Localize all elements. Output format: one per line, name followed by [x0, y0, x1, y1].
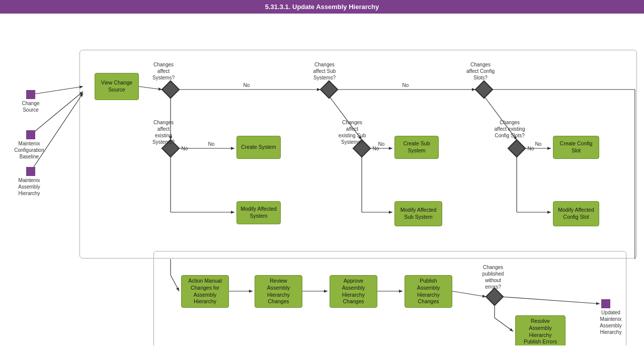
- diamond-affect-existing-sub-systems-label: Changesaffectexisting SubSystems?: [330, 119, 375, 145]
- diamond-affect-systems-label: ChangesaffectSystems?: [143, 61, 184, 81]
- maintenix-assembly-label: MaintenixAssemblyHierarchy: [15, 177, 43, 197]
- change-source-icon: [26, 90, 35, 99]
- resolve-assembly[interactable]: ResolveAssemblyHierarchyPublish Errors: [515, 315, 566, 345]
- create-system[interactable]: Create System: [236, 136, 281, 159]
- change-source-label: ChangeSource: [19, 100, 42, 113]
- create-sub-system[interactable]: Create SubSystem: [394, 136, 439, 159]
- svg-line-2: [31, 86, 83, 95]
- diamond-affect-existing-systems-label: ChangesaffectexistingSystems?: [141, 119, 186, 145]
- modify-system[interactable]: Modify AffectedSystem: [236, 201, 281, 224]
- svg-line-3: [31, 92, 83, 135]
- title-bar: 5.31.3.1. Update Assembly Hierarchy: [0, 0, 644, 14]
- maintenix-assembly-icon: [26, 167, 35, 176]
- output-label: UpdatedMaintenixAssemblyHierarchy: [593, 309, 629, 335]
- diamond-affect-existing-config-slots-label: Changesaffect existingConfig Slots?: [485, 119, 535, 139]
- page-title: 5.31.3.1. Update Assembly Hierarchy: [265, 3, 379, 11]
- create-config-slot[interactable]: Create ConfigSlot: [553, 136, 599, 159]
- approve-assembly[interactable]: ApproveAssemblyHierarchyChanges: [330, 275, 377, 308]
- diagram-area: No No No No No: [0, 14, 644, 345]
- maintenix-config-icon: [26, 130, 35, 139]
- review-assembly[interactable]: ReviewAssemblyHierarchyChanges: [255, 275, 302, 308]
- view-change-source[interactable]: View ChangeSource: [95, 73, 139, 100]
- modify-sub-system[interactable]: Modify AffectedSub System: [394, 201, 442, 226]
- diamond-affect-sub-systems-label: Changesaffect SubSystems?: [302, 61, 347, 81]
- diamond-published-without-errors-label: Changespublishedwithouterrors?: [470, 264, 516, 290]
- output-icon: [601, 299, 610, 308]
- diamond-affect-config-slots-label: Changesaffect ConfigSlots?: [458, 61, 503, 81]
- maintenix-config-label: MaintenixConfigurationBaseline: [11, 140, 47, 160]
- action-manual[interactable]: Action ManualChanges forAssemblyHierarch…: [181, 275, 229, 308]
- modify-config-slot[interactable]: Modify AffectedConfig Slot: [553, 201, 599, 226]
- publish-assembly[interactable]: PublishAssemblyHierarchyChanges: [405, 275, 452, 308]
